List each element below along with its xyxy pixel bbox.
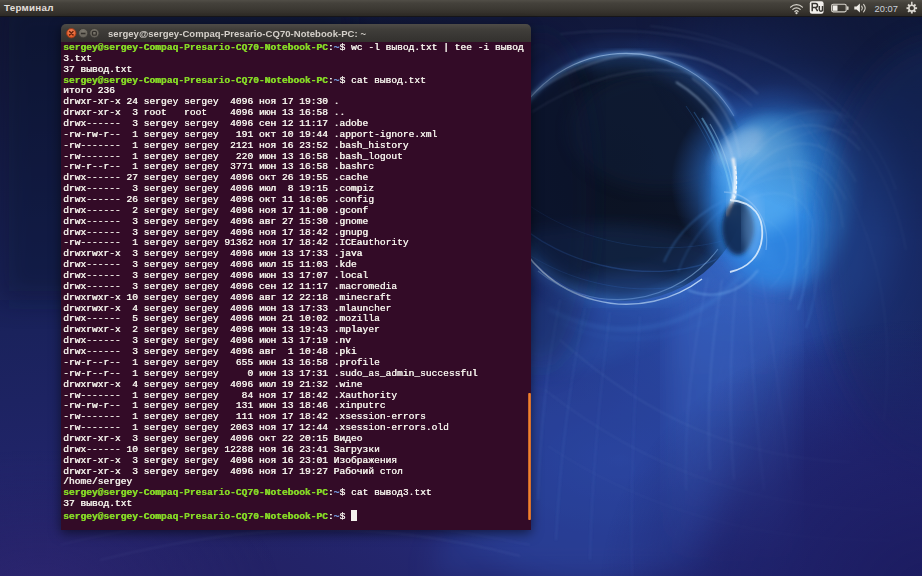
svg-text:20:07: 20:07: [875, 4, 898, 14]
